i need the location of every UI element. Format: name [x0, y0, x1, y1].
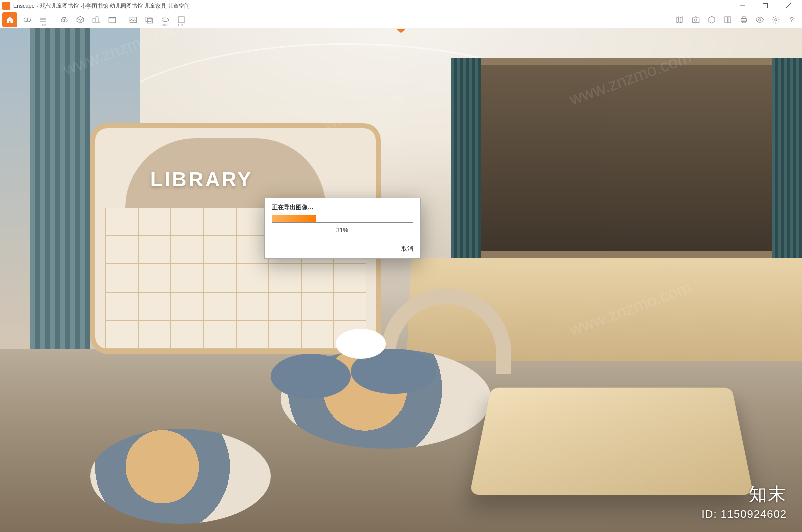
- export-batch-button[interactable]: [142, 12, 157, 27]
- svg-rect-5: [93, 18, 95, 23]
- svg-rect-13: [178, 17, 184, 23]
- export-image-button[interactable]: [126, 12, 141, 27]
- settings-button[interactable]: [768, 12, 783, 27]
- svg-rect-8: [109, 17, 116, 23]
- print-button[interactable]: [736, 12, 751, 27]
- export-exe-button[interactable]: EXE: [174, 12, 189, 27]
- coffee-table: [336, 329, 386, 359]
- export-progress-dialog: 正在导出图像… 31% 取消: [264, 198, 421, 259]
- cancel-button[interactable]: 取消: [401, 245, 413, 253]
- title-separator: -: [37, 3, 39, 9]
- svg-point-15: [695, 19, 697, 21]
- asset-library-button[interactable]: [720, 12, 735, 27]
- watermark-brand: 知末: [701, 482, 787, 507]
- exe-label: EXE: [178, 23, 185, 27]
- svg-rect-17: [742, 17, 745, 19]
- progress-track: [272, 215, 413, 223]
- watermark-id-value: 1150924602: [721, 508, 787, 520]
- help-icon: ?: [790, 15, 794, 24]
- video-path-button[interactable]: [105, 12, 120, 27]
- svg-rect-0: [763, 4, 768, 8]
- svg-rect-11: [147, 18, 153, 23]
- progress-bar: [272, 215, 316, 222]
- bim-label: BIM: [41, 23, 46, 27]
- right-window: [451, 58, 802, 258]
- svg-rect-10: [146, 17, 151, 21]
- svg-rect-7: [99, 19, 100, 23]
- svg-point-12: [162, 18, 169, 22]
- panel-handle[interactable]: [391, 28, 411, 35]
- svg-point-20: [775, 18, 777, 21]
- help-button[interactable]: ?: [784, 12, 799, 27]
- nav-cube-button[interactable]: [73, 12, 88, 27]
- window-maximize-button[interactable]: [754, 0, 777, 11]
- presets-button[interactable]: [704, 12, 719, 27]
- svg-point-4: [64, 19, 67, 22]
- curtain: [772, 58, 802, 258]
- export-panorama-button[interactable]: 360°: [158, 12, 173, 27]
- watermark-id-label: ID:: [701, 508, 717, 520]
- main-toolbar: BIM 360° EXE: [0, 11, 802, 28]
- svg-rect-14: [692, 18, 699, 22]
- manage-views-button[interactable]: BIM: [36, 12, 51, 27]
- minimap-button[interactable]: [672, 12, 687, 27]
- window-titlebar: Enscape - 现代儿童图书馆 小学图书馆 幼儿园图书馆 儿童家具 儿童空间: [0, 0, 802, 11]
- curtain: [30, 28, 90, 349]
- rug: [90, 429, 271, 524]
- library-sign: LIBRARY: [150, 168, 253, 191]
- app-name: Enscape: [13, 3, 35, 9]
- svg-point-19: [759, 18, 761, 21]
- svg-rect-9: [130, 17, 137, 22]
- foreground-table: [470, 388, 754, 495]
- svg-rect-16: [741, 18, 747, 21]
- pano-label: 360°: [162, 23, 168, 27]
- home-button[interactable]: [2, 12, 17, 27]
- project-title: 现代儿童图书馆 小学图书馆 幼儿园图书馆 儿童家具 儿童空间: [40, 2, 189, 10]
- app-logo-icon: [2, 2, 10, 10]
- svg-rect-6: [96, 17, 98, 23]
- sync-views-button[interactable]: [20, 12, 35, 27]
- screenshot-button[interactable]: [688, 12, 703, 27]
- progress-percent: 31%: [265, 227, 420, 234]
- curtain: [451, 58, 481, 258]
- pouf: [271, 354, 351, 399]
- site-context-button[interactable]: [89, 12, 104, 27]
- window-minimize-button[interactable]: [731, 0, 754, 11]
- binoculars-button[interactable]: [57, 12, 72, 27]
- watermark: 知末 ID: 1150924602: [701, 482, 787, 521]
- visual-settings-button[interactable]: [752, 12, 767, 27]
- window-close-button[interactable]: [777, 0, 800, 11]
- svg-point-3: [61, 19, 64, 22]
- render-viewport[interactable]: LIBRARY www.znzmo.com www.znzmo.com www.…: [0, 28, 802, 532]
- dialog-title: 正在导出图像…: [265, 198, 420, 215]
